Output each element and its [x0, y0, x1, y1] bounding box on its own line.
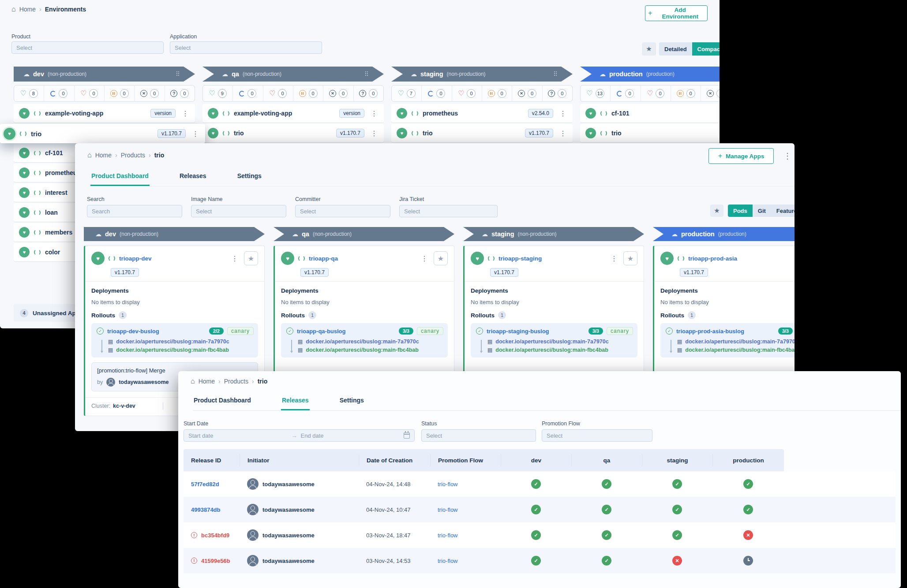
status-select[interactable]	[421, 429, 536, 442]
env-column-header[interactable]: ☁ dev (non-production)	[14, 67, 195, 82]
progressing-count[interactable]: 0	[610, 86, 640, 101]
degraded-count[interactable]: ♡0	[641, 86, 671, 101]
end-date-placeholder[interactable]: End date	[301, 432, 401, 439]
version-badge[interactable]: v1.170.7	[300, 268, 329, 277]
application-row[interactable]: ♥ prometheus v2.54.0 ⋮	[391, 104, 573, 123]
healthy-count[interactable]: ♡7	[392, 86, 421, 101]
unknown-count[interactable]: 0	[353, 86, 383, 101]
toggle-git[interactable]: Git	[753, 205, 771, 217]
missing-count[interactable]: 0	[512, 86, 542, 101]
version-badge[interactable]: v2.54.0	[528, 109, 553, 118]
kebab-menu-icon[interactable]: ⋮	[558, 129, 568, 138]
suspended-count[interactable]: 0	[482, 86, 512, 101]
home-icon[interactable]: ⌂	[87, 151, 92, 159]
toggle-features[interactable]: Features	[771, 205, 795, 217]
release-id-link[interactable]: 57f7ed82d	[191, 481, 219, 488]
degraded-count[interactable]: ♡0	[452, 86, 482, 101]
degraded-count[interactable]: ♡0	[74, 86, 104, 101]
application-row[interactable]: ♥ example-voting-app version ⋮	[202, 104, 384, 123]
progressing-count[interactable]: 0	[232, 86, 262, 101]
promotion-flow-link[interactable]: trio-flow	[438, 506, 458, 513]
promotion-flow-link[interactable]: trio-flow	[438, 558, 458, 564]
breadcrumb-home[interactable]: Home	[19, 6, 36, 13]
version-badge[interactable]: v1.170.7	[680, 268, 708, 277]
kebab-menu-icon[interactable]: ⋮	[558, 109, 568, 118]
env-column-header[interactable]: ☁ qa (non-production)	[274, 227, 454, 241]
tab-releases[interactable]: Releases	[179, 168, 207, 186]
env-column-header[interactable]: ☁ qa (non-production)	[202, 67, 384, 82]
tab-settings[interactable]: Settings	[236, 168, 262, 186]
image-name-select[interactable]	[191, 205, 286, 217]
kebab-menu-icon[interactable]: ⋮	[180, 109, 191, 118]
release-id-link[interactable]: 4993874db	[191, 506, 221, 513]
view-detailed-button[interactable]: Detailed	[659, 42, 692, 56]
favorite-star-button[interactable]: ★	[434, 251, 448, 265]
kebab-menu-icon[interactable]: ⋮	[369, 129, 379, 138]
application-row[interactable]: ♥ trio v1.170.7 ⋮	[391, 124, 573, 142]
image-line[interactable]: ▤docker.io/aperturesci/buslog:main-fbc4b…	[298, 347, 443, 353]
promotion-flow-select[interactable]	[542, 429, 652, 442]
calendar-icon[interactable]	[404, 432, 410, 439]
add-environment-button[interactable]: + Add Environment	[645, 5, 708, 21]
env-column-header[interactable]: ☁ dev (non-production)	[84, 227, 265, 241]
promotion-flow-link[interactable]: trio-flow	[438, 481, 458, 488]
degraded-count[interactable]: ♡0	[263, 86, 293, 101]
unknown-count[interactable]: 0	[542, 86, 572, 101]
application-row[interactable]: ♥ cf-101 v	[580, 104, 720, 123]
application-link[interactable]: trioapp-prod-asia	[688, 255, 737, 262]
tab-product-dashboard[interactable]: Product Dashboard	[193, 392, 252, 410]
env-column-header[interactable]: ☁ production (production)	[580, 67, 720, 82]
env-column-header[interactable]: ☁ staging (non-production)	[463, 227, 644, 241]
missing-count[interactable]: 0	[701, 86, 720, 101]
application-link[interactable]: trioapp-qa	[309, 255, 338, 262]
rollout-link[interactable]: trioapp-staging-buslog	[487, 328, 549, 335]
image-line[interactable]: ▤docker.io/aperturesci/buslog:main-7a797…	[677, 339, 795, 345]
search-input[interactable]	[87, 205, 182, 217]
healthy-count[interactable]: ♡13	[581, 86, 610, 101]
favorite-star-button[interactable]: ★	[623, 251, 637, 265]
version-badge[interactable]: v1.170.7	[336, 129, 364, 138]
drag-handle-icon[interactable]	[365, 71, 369, 77]
application-row[interactable]: ♥ example-voting-app version ⋮	[14, 104, 195, 123]
application-link[interactable]: trioapp-dev	[119, 255, 152, 262]
manage-apps-button[interactable]: + Manage Apps	[708, 148, 774, 164]
release-row[interactable]: ! bc354bfd9 todaywasawesome 03-Nov-24, 1…	[184, 522, 896, 548]
version-badge[interactable]: v1.170.7	[525, 129, 553, 138]
image-line[interactable]: ▤docker.io/aperturesci/buslog:main-7a797…	[298, 339, 443, 345]
progressing-count[interactable]: 0	[44, 86, 74, 101]
application-row[interactable]: ♥ trio v1	[580, 124, 720, 142]
healthy-count[interactable]: ♡8	[14, 86, 44, 101]
drag-handle-icon[interactable]	[176, 71, 180, 77]
application-row[interactable]: ♥ trio v1.170.7 ⋮	[202, 124, 384, 142]
missing-count[interactable]: 0	[134, 86, 164, 101]
jira-ticket-select[interactable]	[399, 205, 498, 217]
release-row[interactable]: ! 41599e56b todaywasawesome 03-Nov-24, 1…	[184, 548, 896, 573]
rollout-link[interactable]: trioapp-dev-buslog	[107, 328, 159, 335]
progressing-count[interactable]: 0	[421, 86, 451, 101]
favorites-filter-button[interactable]: ★	[710, 205, 723, 217]
suspended-count[interactable]: 0	[293, 86, 323, 101]
kebab-menu-icon[interactable]: ⋮	[190, 130, 201, 138]
healthy-count[interactable]: ♡9	[203, 86, 232, 101]
version-badge[interactable]: v1.170.7	[111, 268, 139, 277]
view-compact-button[interactable]: Compact	[692, 42, 720, 56]
suspended-count[interactable]: 0	[671, 86, 701, 101]
date-range-input[interactable]: Start date → End date	[184, 429, 415, 442]
breadcrumb-home[interactable]: Home	[95, 152, 112, 159]
version-badge[interactable]: v1.170.7	[157, 129, 186, 138]
version-badge[interactable]: version	[339, 109, 364, 118]
home-icon[interactable]: ⌂	[11, 5, 16, 13]
breadcrumb-products[interactable]: Products	[224, 378, 248, 385]
application-select[interactable]	[170, 41, 322, 54]
rollout-link[interactable]: trioapp-prod-asia-buslog	[676, 328, 744, 335]
kebab-menu-icon[interactable]: ⋮	[419, 254, 430, 263]
product-select[interactable]	[11, 41, 164, 54]
unknown-count[interactable]: 0	[165, 86, 195, 101]
image-line[interactable]: ▤docker.io/aperturesci/buslog:main-7a797…	[487, 339, 633, 345]
favorites-filter-button[interactable]: ★	[642, 42, 656, 56]
promotion-flow-link[interactable]: trio-flow	[438, 532, 458, 539]
image-line[interactable]: ▤docker.io/aperturesci/buslog:main-7a797…	[108, 339, 254, 345]
release-row[interactable]: 57f7ed82d todaywasawesome 04-Nov-24, 14:…	[184, 471, 896, 497]
committer-select[interactable]	[295, 205, 390, 217]
breadcrumb-home[interactable]: Home	[199, 378, 215, 385]
